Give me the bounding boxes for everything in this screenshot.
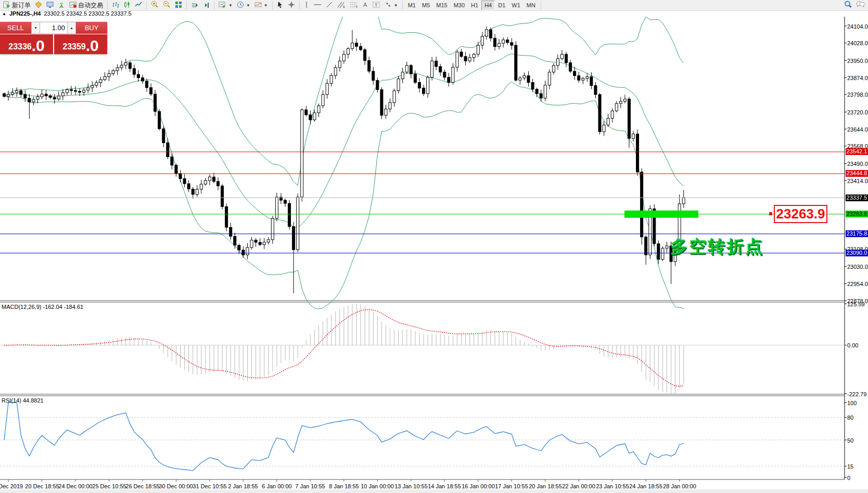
highlight-rectangle[interactable] <box>624 211 698 218</box>
candle-body <box>342 54 345 61</box>
svg-text:E: E <box>343 5 345 8</box>
text-label-tool-button[interactable]: T <box>371 0 382 10</box>
bars-chart-type-button[interactable] <box>110 0 121 10</box>
candle-body <box>313 113 316 120</box>
chart-window-caption[interactable]: ▲ JPN225-,H4 23302.5 23342.5 23302.5 233… <box>0 11 868 17</box>
chart-shift-button[interactable] <box>200 0 212 10</box>
terminal-button[interactable] <box>44 0 56 10</box>
candle-body <box>364 50 366 61</box>
buy-price-display[interactable]: 23359.0 <box>54 34 107 54</box>
candle-body <box>200 184 202 189</box>
candle-body <box>418 83 420 88</box>
tile-windows-button[interactable] <box>173 0 184 10</box>
text-icon: A <box>362 1 368 10</box>
candle-body <box>322 95 324 106</box>
candle-body <box>527 76 530 83</box>
candle-body <box>259 242 261 244</box>
trendline-tool-button[interactable] <box>324 0 335 10</box>
cursor-tool-button[interactable] <box>275 0 286 10</box>
fibonacci-tool-button[interactable]: F <box>348 0 360 10</box>
auto-trading-button[interactable]: 自动交易 <box>67 0 105 10</box>
candle-body <box>250 240 253 248</box>
tab-timeframe-m30[interactable]: M30 <box>451 1 468 10</box>
arrows-icon <box>385 1 392 10</box>
candle-body <box>124 63 127 66</box>
candle-body <box>464 57 467 61</box>
auto-scroll-button[interactable] <box>189 0 200 10</box>
candle-body <box>598 95 601 132</box>
price-axis-tick-label: 23414.0 <box>847 178 868 184</box>
chat-button[interactable] <box>854 0 867 10</box>
candle-body <box>288 203 291 227</box>
candle-body <box>70 89 72 90</box>
tab-timeframe-h1[interactable]: H1 <box>468 1 481 10</box>
tab-timeframe-w1[interactable]: W1 <box>508 1 524 10</box>
candle-body <box>217 181 220 186</box>
price-line-label-chip: 23175.8 <box>846 230 868 237</box>
sell-button[interactable]: SELL <box>0 22 31 34</box>
tab-timeframe-m15[interactable]: M15 <box>433 1 450 10</box>
window-bottom-edge <box>0 489 868 493</box>
toolbar-separator <box>402 1 403 9</box>
volume-down-button[interactable]: ▼ <box>31 22 40 34</box>
candle-body <box>661 248 664 260</box>
macd-axis-label: 0.00 <box>847 342 868 348</box>
line-chart-type-button[interactable] <box>133 0 144 10</box>
signal-icon <box>58 1 65 10</box>
signals-button[interactable] <box>56 0 67 10</box>
tab-timeframe-h4[interactable]: H4 <box>481 1 495 10</box>
candle-body <box>443 72 446 77</box>
candle-body <box>556 59 559 66</box>
price-level-callout-box[interactable]: 23263.9 <box>774 205 827 223</box>
time-axis-label: 25 Dec 10:55 <box>92 483 126 489</box>
candle-body <box>292 227 295 250</box>
candle-body <box>628 99 630 138</box>
market-depth-button[interactable] <box>33 0 44 10</box>
channel-tool-button[interactable]: E <box>335 0 348 10</box>
candle-body <box>79 92 81 93</box>
tab-timeframe-d1[interactable]: D1 <box>495 1 508 10</box>
volume-input[interactable]: 1.00 <box>40 22 67 34</box>
new-order-button[interactable]: 新订单 <box>1 0 33 10</box>
candle-body <box>179 174 182 179</box>
turning-point-note[interactable]: 多空转折点 <box>670 235 774 258</box>
zoom-out-button[interactable] <box>161 0 173 10</box>
candle-body <box>221 186 224 206</box>
tab-timeframe-mn[interactable]: MN <box>524 1 539 10</box>
arrows-tool-button[interactable]: ▼ <box>382 0 400 10</box>
time-axis-label: 23 Jan 10:55 <box>596 483 629 489</box>
periods-button[interactable]: ▼ <box>235 0 252 10</box>
tab-timeframe-m1[interactable]: M1 <box>405 1 419 10</box>
candle-body <box>229 227 232 236</box>
text-tool-button[interactable]: A <box>360 0 371 10</box>
toolbar-separator <box>107 1 108 9</box>
candle-body <box>494 38 496 46</box>
candle-body <box>154 94 157 111</box>
candle-body <box>569 63 572 71</box>
callout-anchor-handle[interactable] <box>769 212 772 215</box>
candle-body <box>338 61 341 68</box>
zoom-in-button[interactable] <box>149 0 161 10</box>
macd-indicator-label: MACD(12,26,9) -162.04 -184.61 <box>2 304 83 310</box>
candle-body <box>36 97 39 99</box>
new-chart-button[interactable]: ▼ <box>216 0 235 10</box>
horizontal-line-tool-button[interactable] <box>311 0 324 10</box>
new-order-icon <box>3 1 10 10</box>
candle-body <box>560 54 563 59</box>
crosshair-tool-button[interactable] <box>286 0 297 10</box>
indicators-button[interactable]: ▼ <box>252 0 270 10</box>
buy-button[interactable]: BUY <box>76 22 107 34</box>
candle-body <box>41 94 43 97</box>
volume-up-button[interactable]: ▲ <box>67 22 76 34</box>
candle-body <box>330 75 333 83</box>
tab-timeframe-m5[interactable]: M5 <box>419 1 433 10</box>
collapse-triangle-icon[interactable]: ▲ <box>2 11 6 17</box>
candle-body <box>623 99 626 101</box>
vertical-line-tool-button[interactable] <box>302 0 311 10</box>
chart-ohlc-values: 23302.5 23342.5 23302.5 23337.5 <box>44 11 131 17</box>
candles-chart-type-button[interactable] <box>121 0 133 10</box>
candle-body <box>414 74 416 82</box>
search-button[interactable] <box>842 0 854 10</box>
sell-price-display[interactable]: 23336.0 <box>0 34 53 54</box>
price-axis-tick-label: 23030.0 <box>847 264 868 270</box>
